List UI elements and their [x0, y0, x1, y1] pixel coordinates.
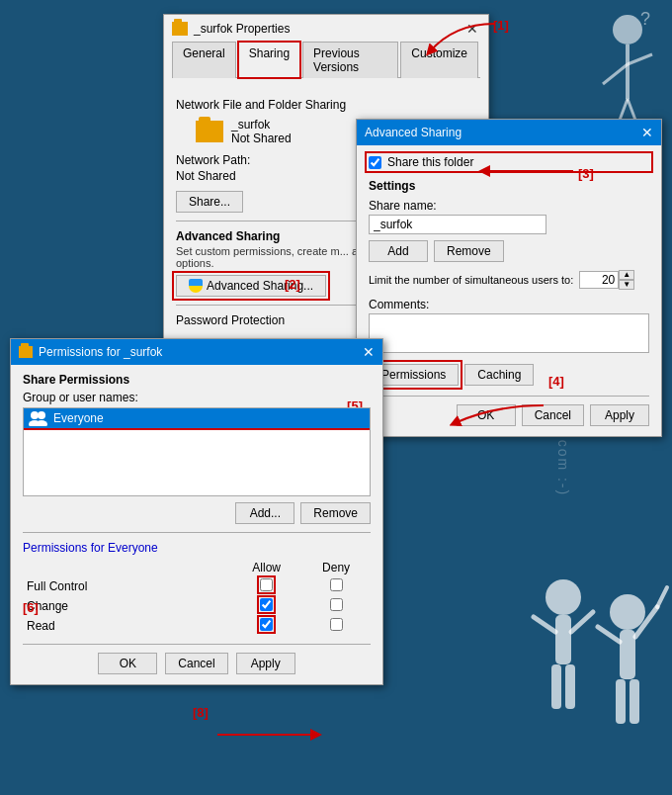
limit-input[interactable]	[579, 271, 619, 289]
perm-col-header	[23, 559, 231, 576]
adv-add-btn[interactable]: Add	[369, 240, 428, 262]
spinner-buttons: ▲ ▼	[619, 270, 634, 290]
perm-full-control: Full Control	[23, 576, 231, 596]
folder-name: _surfok	[231, 118, 292, 132]
svg-rect-12	[565, 664, 575, 709]
adv-apply-btn[interactable]: Apply	[590, 404, 649, 426]
users-buttons: Add... Remove	[23, 502, 371, 524]
spinner-up[interactable]: ▲	[619, 270, 634, 280]
full-control-deny-checkbox[interactable]	[330, 578, 343, 591]
arrow-8	[198, 720, 346, 759]
perms-bottom-divider	[23, 644, 371, 645]
share-folder-label: Share this folder	[387, 155, 473, 169]
change-deny-checkbox[interactable]	[330, 598, 343, 611]
perms-dialog-buttons: OK Cancel Apply	[23, 653, 371, 674]
share-button[interactable]: Share...	[176, 191, 243, 213]
tab-general[interactable]: General	[172, 42, 236, 78]
annotation-3: [3]	[578, 166, 594, 181]
share-name-input[interactable]	[369, 215, 546, 234]
tab-sharing[interactable]: Sharing	[238, 42, 300, 78]
permissions-table: Allow Deny Full Control Change	[23, 559, 371, 636]
change-allow-checkbox[interactable]	[260, 598, 273, 611]
svg-rect-19	[630, 679, 639, 724]
perms-divider	[23, 532, 371, 533]
perms-title-left: Permissions for _surfok	[19, 345, 162, 359]
tab-previous-versions[interactable]: Previous Versions	[302, 42, 398, 78]
svg-line-2	[603, 64, 628, 84]
adv-cancel-btn[interactable]: Cancel	[522, 404, 584, 426]
perm-change-deny-cell	[301, 596, 371, 616]
read-allow-checkbox[interactable]	[260, 618, 273, 631]
adv-close-btn[interactable]: ✕	[641, 125, 653, 140]
adv-body: Share this folder Settings Share name: A…	[357, 145, 661, 436]
comments-container: Comments:	[369, 298, 649, 356]
advanced-sharing-window: Advanced Sharing ✕ Share this folder Set…	[356, 119, 662, 437]
properties-tab-bar: General Sharing Previous Versions Custom…	[172, 41, 480, 78]
everyone-label: Everyone	[53, 411, 104, 425]
read-deny-checkbox[interactable]	[330, 618, 343, 631]
shield-icon	[189, 279, 203, 293]
svg-line-16	[635, 607, 657, 637]
add-remove-container: Add Remove	[369, 240, 649, 262]
perms-body: Share Permissions Group or user names: […	[11, 365, 382, 684]
share-folder-row: Share this folder	[369, 155, 649, 169]
advanced-sharing-button[interactable]: Advanced Sharing...	[176, 275, 326, 297]
everyone-list-item[interactable]: Everyone	[24, 408, 370, 428]
svg-text:?: ?	[640, 9, 650, 29]
users-icon	[28, 410, 47, 426]
share-folder-checkbox[interactable]	[369, 156, 381, 169]
perms-add-btn[interactable]: Add...	[235, 502, 294, 524]
perms-close-btn[interactable]: ✕	[363, 344, 375, 360]
full-control-allow-checkbox[interactable]	[260, 578, 273, 591]
limit-label: Limit the number of simultaneous users t…	[369, 274, 573, 286]
allow-header: Allow	[231, 559, 301, 576]
properties-tabs-container: General Sharing Previous Versions Custom…	[164, 41, 488, 78]
decorative-figure-bottom	[514, 548, 672, 795]
share-name-label: Share name:	[369, 199, 649, 213]
share-perms-label: Share Permissions	[23, 373, 371, 387]
properties-close-btn[interactable]: ✕	[464, 21, 480, 37]
perm-full-control-deny-cell	[301, 576, 371, 596]
network-section-label: Network File and Folder Sharing	[176, 98, 476, 112]
perms-title-text: Permissions for _surfok	[39, 345, 162, 359]
perms-remove-btn[interactable]: Remove	[300, 502, 371, 524]
svg-line-15	[598, 627, 620, 642]
perm-full-control-allow-cell	[231, 576, 301, 596]
svg-line-3	[628, 54, 652, 64]
table-row: Read	[23, 616, 371, 636]
perms-apply-btn[interactable]: Apply	[236, 653, 295, 674]
perms-for-everyone-label: Permissions for Everyone	[23, 541, 371, 555]
perms-folder-icon	[19, 346, 33, 358]
annotation-1: [1]	[493, 18, 509, 33]
perms-caching-container: Permissions Caching	[369, 364, 649, 386]
perms-ok-btn[interactable]: OK	[98, 653, 157, 674]
annotation-2: [2]	[285, 277, 300, 292]
perm-read: Read	[23, 616, 231, 636]
tab-customize[interactable]: Customize	[400, 42, 478, 78]
comments-textarea[interactable]	[369, 313, 649, 353]
folder-title-icon	[172, 22, 188, 36]
adv-ok-btn[interactable]: OK	[457, 404, 516, 426]
folder-details: _surfok Not Shared	[231, 118, 292, 145]
share-name-container: Share name:	[369, 199, 649, 234]
svg-point-7	[546, 579, 581, 615]
svg-point-20	[31, 411, 39, 419]
perm-change: Change	[23, 596, 231, 616]
spinner-down[interactable]: ▼	[619, 280, 634, 290]
permissions-window: Permissions for _surfok ✕ Share Permissi…	[10, 338, 383, 685]
perms-cancel-btn[interactable]: Cancel	[165, 653, 227, 674]
settings-label: Settings	[369, 179, 649, 193]
annotation-4: [4]	[548, 374, 564, 389]
svg-line-17	[657, 587, 667, 607]
users-listbox: Everyone	[23, 407, 371, 496]
perm-change-allow-cell	[231, 596, 301, 616]
group-label: Group or user names:	[23, 391, 371, 404]
caching-btn[interactable]: Caching	[464, 364, 534, 386]
adv-title-text: Advanced Sharing	[365, 126, 462, 139]
table-row: Change	[23, 596, 371, 616]
perm-read-deny-cell	[301, 616, 371, 636]
svg-line-10	[571, 612, 593, 632]
adv-dialog-buttons: OK Cancel Apply	[369, 404, 649, 426]
adv-remove-btn[interactable]: Remove	[434, 240, 504, 262]
advanced-sharing-btn-wrapper: Advanced Sharing...	[176, 275, 326, 297]
